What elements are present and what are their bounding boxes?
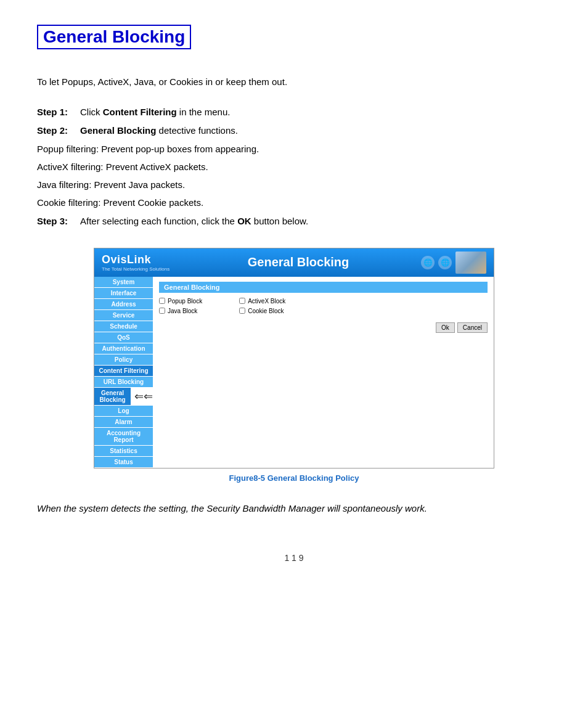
nav-interface[interactable]: Interface bbox=[94, 288, 153, 298]
step-1-row: Step 1: Click Content Filtering in the m… bbox=[37, 104, 551, 120]
cancel-button[interactable]: Cancel bbox=[457, 322, 488, 333]
java-block-checkbox[interactable] bbox=[159, 308, 165, 314]
page-number: 1 1 9 bbox=[37, 553, 551, 563]
page-title[interactable]: General Blocking bbox=[37, 25, 191, 49]
nav-url-blocking[interactable]: URL Blocking bbox=[94, 377, 153, 387]
intro-text: To let Popups, ActiveX, Java, or Cookies… bbox=[37, 75, 551, 89]
nav-sidebar: System Interface Address Service Schedul… bbox=[94, 277, 153, 468]
plain-line-2: ActiveX filtering: Prevent ActiveX packe… bbox=[37, 158, 551, 175]
globe-icon-1: 🌐 bbox=[421, 256, 435, 269]
nav-service[interactable]: Service bbox=[94, 310, 153, 321]
ovis-logo-area: OvisLink The Total Networking Solutions bbox=[102, 253, 169, 272]
content-title-bar: General Blocking bbox=[159, 282, 488, 293]
nav-policy[interactable]: Policy bbox=[94, 354, 153, 365]
step-2-label: Step 2: bbox=[37, 123, 80, 139]
cookie-block-checkbox[interactable] bbox=[239, 308, 245, 314]
form-section: Popup Block Java Block ActiveX Block bbox=[159, 298, 488, 317]
activex-block-label: ActiveX Block bbox=[248, 298, 285, 305]
screenshot-wrapper: OvisLink The Total Networking Solutions … bbox=[37, 248, 551, 483]
java-block-label: Java Block bbox=[168, 308, 197, 314]
plain-line-4: Cookie filtering: Prevent Cookie packets… bbox=[37, 194, 551, 211]
ovis-header: OvisLink The Total Networking Solutions … bbox=[94, 248, 494, 277]
arrows-indicator: ⇐⇐ bbox=[134, 390, 153, 403]
checkboxes-left: Popup Block Java Block bbox=[159, 298, 202, 317]
activex-block-checkbox[interactable] bbox=[239, 298, 245, 304]
screenshot-body: System Interface Address Service Schedul… bbox=[94, 277, 494, 468]
content-area: General Blocking Popup Block Java Block bbox=[153, 277, 494, 468]
ovis-icons: 🌐 🌐 bbox=[421, 252, 486, 274]
bottom-italic-text: When the system detects the setting, the… bbox=[37, 501, 551, 516]
nav-general-blocking[interactable]: General Blocking bbox=[94, 388, 131, 405]
cookie-block-row: Cookie Block bbox=[239, 308, 285, 314]
step-1-label: Step 1: bbox=[37, 104, 80, 120]
ovis-logo: OvisLink bbox=[102, 253, 169, 266]
step-3-label: Step 3: bbox=[37, 213, 80, 229]
nav-address[interactable]: Address bbox=[94, 299, 153, 309]
checkboxes-right: ActiveX Block Cookie Block bbox=[239, 298, 285, 317]
nav-statistics[interactable]: Statistics bbox=[94, 446, 153, 456]
cookie-block-label: Cookie Block bbox=[248, 308, 284, 314]
nav-status[interactable]: Status bbox=[94, 457, 153, 467]
browser-screenshot: OvisLink The Total Networking Solutions … bbox=[94, 248, 494, 469]
step-2-row: Step 2: General Blocking detective funct… bbox=[37, 123, 551, 139]
ok-button[interactable]: Ok bbox=[436, 322, 455, 333]
nav-alarm[interactable]: Alarm bbox=[94, 417, 153, 427]
activex-block-row: ActiveX Block bbox=[239, 298, 285, 305]
step-1-content: Click Content Filtering in the menu. bbox=[80, 104, 551, 120]
buttons-row: Ok Cancel bbox=[159, 322, 488, 333]
step-3-row: Step 3: After selecting each function, c… bbox=[37, 213, 551, 229]
nav-authentication[interactable]: Authentication bbox=[94, 343, 153, 354]
popup-block-checkbox[interactable] bbox=[159, 298, 165, 304]
plain-line-1: Popup filtering: Prevent pop-up boxes fr… bbox=[37, 141, 551, 157]
nav-system[interactable]: System bbox=[94, 277, 153, 287]
nav-schedule[interactable]: Schedule bbox=[94, 321, 153, 332]
nav-general-blocking-row: General Blocking ⇐⇐ bbox=[94, 388, 153, 406]
header-photo bbox=[455, 252, 486, 274]
plain-line-3: Java filtering: Prevent Java packets. bbox=[37, 176, 551, 193]
step-2-content: General Blocking detective functions. bbox=[80, 123, 551, 139]
figure-caption: Figure8-5 General Blocking Policy bbox=[229, 473, 359, 483]
popup-block-label: Popup Block bbox=[168, 298, 202, 305]
popup-block-row: Popup Block bbox=[159, 298, 202, 305]
nav-log[interactable]: Log bbox=[94, 406, 153, 416]
globe-icon-2: 🌐 bbox=[438, 256, 452, 269]
ovis-tagline: The Total Networking Solutions bbox=[102, 266, 169, 272]
steps-section: Step 1: Click Content Filtering in the m… bbox=[37, 104, 551, 229]
nav-qos[interactable]: QoS bbox=[94, 332, 153, 343]
nav-accounting-report[interactable]: Accounting Report bbox=[94, 428, 153, 445]
nav-content-filtering[interactable]: Content Filtering bbox=[94, 366, 153, 376]
step-3-content: After selecting each function, click the… bbox=[80, 213, 551, 229]
ovis-page-title: General Blocking bbox=[176, 255, 421, 269]
java-block-row: Java Block bbox=[159, 308, 202, 314]
